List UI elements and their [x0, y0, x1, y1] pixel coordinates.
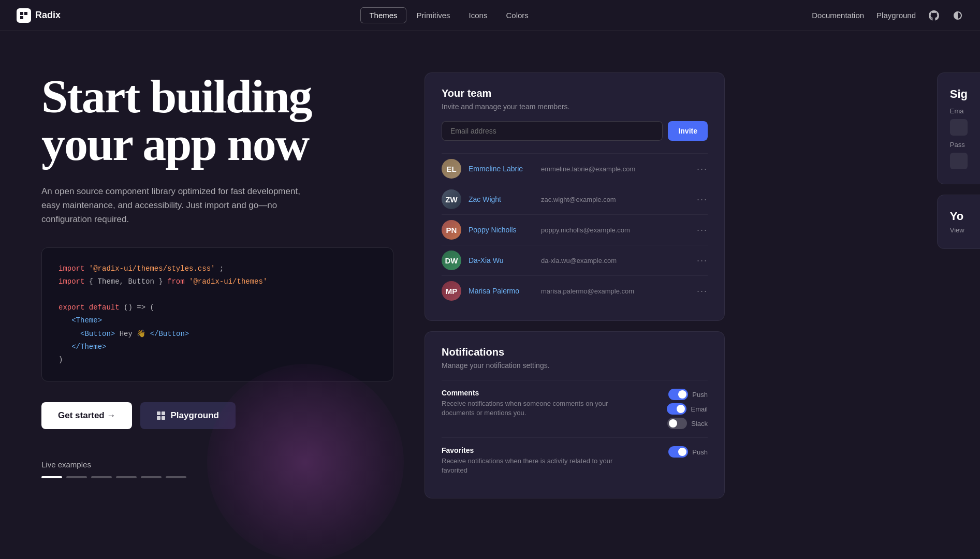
notif-comments-title: Comments	[442, 389, 667, 397]
live-examples-section: Live examples	[41, 460, 393, 478]
partial-signin-content: Ema Pass	[950, 107, 968, 169]
hero-subtitle: An open source component library optimiz…	[41, 184, 300, 227]
member-email-zac: zac.wight@example.com	[541, 196, 697, 203]
notif-favorites-title: Favorites	[442, 446, 668, 454]
nav-links: Themes Primitives Icons Colors	[85, 7, 812, 23]
notifications-card: Notifications Manage your notification s…	[425, 331, 725, 498]
nav-documentation[interactable]: Documentation	[812, 11, 864, 20]
toggle-comments-push-label: Push	[692, 391, 708, 399]
avatar-da-xia: DW	[442, 251, 461, 270]
avatar-zac: ZW	[442, 189, 461, 209]
brand-name: Radix	[35, 10, 61, 21]
team-member-poppy: PN Poppy Nicholls poppy.nicholls@example…	[442, 214, 708, 245]
toggle-comments-email-label: Email	[691, 405, 708, 413]
member-menu-poppy[interactable]: ···	[697, 225, 708, 236]
toggle-comments-slack-row: Slack	[667, 418, 708, 429]
toggle-comments-slack[interactable]	[667, 418, 687, 429]
member-email-poppy: poppy.nicholls@example.com	[541, 226, 697, 234]
dot-1[interactable]	[41, 476, 62, 478]
partial-card-signin: Sig Ema Pass	[937, 72, 980, 184]
member-email-da-xia: da-xia.wu@example.com	[541, 257, 697, 264]
nav-right: Documentation Playground	[812, 10, 963, 21]
grid-icon	[157, 411, 165, 420]
team-card-subtitle: Invite and manage your team members.	[442, 102, 708, 111]
member-name-zac[interactable]: Zac Wight	[469, 195, 541, 203]
toggle-comments-email-row: Email	[667, 403, 708, 415]
dot-6[interactable]	[166, 476, 186, 478]
notif-comments-row: Comments Receive notifications when some…	[442, 380, 708, 437]
notif-favorites-row: Favorites Receive notifications when the…	[442, 437, 708, 483]
dot-2[interactable]	[66, 476, 87, 478]
logo[interactable]: Radix	[17, 8, 61, 23]
team-member-zac: ZW Zac Wight zac.wight@example.com ···	[442, 184, 708, 214]
team-member-da-xia: DW Da-Xia Wu da-xia.wu@example.com ···	[442, 245, 708, 275]
get-started-button[interactable]: Get started →	[41, 402, 132, 429]
toggle-comments-email[interactable]	[667, 403, 686, 415]
live-examples-dots	[41, 476, 393, 478]
code-block: import '@radix-ui/themes/styles.css' ; i…	[41, 247, 393, 382]
member-email-marisa: marisa.palermo@example.com	[541, 287, 697, 295]
playground-button[interactable]: Playground	[140, 402, 236, 429]
member-menu-marisa[interactable]: ···	[697, 286, 708, 297]
notif-comments-desc: Receive notifications when someone comme…	[442, 399, 618, 418]
member-name-marisa[interactable]: Marisa Palermo	[469, 287, 541, 295]
member-menu-zac[interactable]: ···	[697, 194, 708, 205]
dot-4[interactable]	[116, 476, 137, 478]
nav-playground[interactable]: Playground	[876, 11, 916, 20]
member-menu-da-xia[interactable]: ···	[697, 255, 708, 266]
cta-buttons: Get started → Playground	[41, 402, 393, 429]
member-email-emmeline: emmeline.labrie@example.com	[541, 165, 697, 173]
invite-button[interactable]: Invite	[668, 121, 708, 141]
svg-rect-0	[17, 8, 31, 23]
dot-5[interactable]	[141, 476, 162, 478]
theme-toggle-icon[interactable]	[952, 10, 963, 21]
hero-title: Start building your app now	[41, 72, 393, 168]
notif-favorites-desc: Receive notifications when there is acti…	[442, 457, 618, 475]
member-name-poppy[interactable]: Poppy Nicholls	[469, 226, 541, 234]
nav-colors[interactable]: Colors	[498, 8, 536, 23]
team-card-title: Your team	[442, 87, 708, 99]
member-name-emmeline[interactable]: Emmeline Labrie	[469, 165, 541, 173]
team-member-marisa: MP Marisa Palermo marisa.palermo@example…	[442, 275, 708, 306]
avatar-emmeline: EL	[442, 159, 461, 179]
right-column: Your team Invite and manage your team me…	[425, 72, 725, 498]
invite-row: Invite	[442, 121, 708, 141]
notif-title: Notifications	[442, 346, 708, 358]
nav-primitives[interactable]: Primitives	[408, 8, 459, 23]
toggle-favorites-push-label: Push	[692, 448, 708, 456]
live-examples-label: Live examples	[41, 460, 393, 469]
toggle-comments-push[interactable]	[668, 389, 688, 400]
toggle-comments-slack-label: Slack	[691, 420, 708, 428]
email-input[interactable]	[442, 121, 663, 141]
notif-subtitle: Manage your notification settings.	[442, 361, 708, 370]
team-card: Your team Invite and manage your team me…	[425, 72, 725, 321]
nav-icons[interactable]: Icons	[461, 8, 496, 23]
dot-3[interactable]	[91, 476, 112, 478]
main-content: Start building your app now An open sour…	[0, 31, 980, 529]
team-member-emmeline: EL Emmeline Labrie emmeline.labrie@examp…	[442, 153, 708, 184]
github-icon[interactable]	[928, 10, 940, 21]
member-name-da-xia[interactable]: Da-Xia Wu	[469, 256, 541, 264]
member-menu-emmeline[interactable]: ···	[697, 164, 708, 174]
nav-themes[interactable]: Themes	[360, 7, 406, 23]
navbar: Radix Themes Primitives Icons Colors Doc…	[0, 0, 980, 31]
avatar-poppy: PN	[442, 220, 461, 240]
partial-cards-container: Sig Ema Pass Yo View	[937, 72, 980, 249]
toggle-comments-push-row: Push	[668, 389, 708, 400]
avatar-marisa: MP	[442, 281, 461, 301]
toggle-favorites-push-row: Push	[668, 446, 708, 458]
left-column: Start building your app now An open sour…	[41, 72, 393, 498]
toggle-favorites-push[interactable]	[668, 446, 688, 458]
partial-card-yo: Yo View	[937, 195, 980, 249]
radix-logo-icon	[17, 8, 31, 23]
